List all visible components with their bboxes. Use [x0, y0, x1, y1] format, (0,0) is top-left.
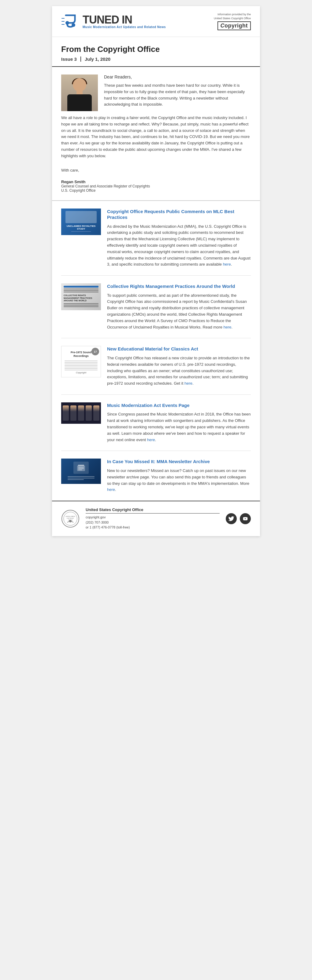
- issue-date: July 1, 2020: [85, 56, 110, 62]
- person-head: [73, 78, 86, 92]
- news-thumb-archive: [61, 458, 101, 484]
- thumb-line-a: [64, 361, 98, 361]
- thumb-line-3: [64, 291, 99, 293]
- news-item-mlc: UNCLAIMED ROYALTIES STUDY ───────────── …: [61, 201, 251, 276]
- thumb-archive-line-1: [67, 476, 94, 477]
- thumb-person-5: [93, 406, 99, 421]
- footer-contact: copyright.gov (202) 707-3000 or 1 (877) …: [86, 515, 220, 530]
- footer-seal: UNITED STATES COPYRIGHT OFFICE: [61, 509, 80, 528]
- news-title-mlc[interactable]: Copyright Office Requests Public Comment…: [107, 208, 251, 220]
- news-body-text-events: Since Congress passed the Music Moderniz…: [107, 412, 251, 442]
- logo-tunedin-text: TUNED IN: [83, 14, 166, 25]
- news-thumb-mlc: UNCLAIMED ROYALTIES STUDY ─────────────: [61, 208, 101, 235]
- news-body-collective: To support public comments, and as part …: [107, 293, 251, 331]
- footer-info: United States Copyright Office copyright…: [86, 508, 220, 530]
- thumb-person-4: [86, 406, 92, 421]
- author-photo: [61, 75, 98, 111]
- dear-readers: Dear Readers,: [104, 75, 251, 80]
- news-link-archive[interactable]: here: [107, 487, 115, 492]
- logo-area: TUNED IN Music Modernization Act Updates…: [61, 12, 166, 30]
- news-item-events: Music Modernization Act Events Page Sinc…: [61, 395, 251, 451]
- thumb-line-f: [64, 368, 98, 369]
- header-info-text: Information provided by theUnited States…: [214, 13, 251, 20]
- thumb-pre1972-lines: [64, 361, 98, 371]
- logo-text-block: TUNED IN Music Modernization Act Updates…: [83, 14, 166, 29]
- header-right: Information provided by theUnited States…: [214, 13, 251, 30]
- author-name: Regan Smith: [61, 180, 251, 184]
- thumb-archive-line-2: [67, 478, 94, 479]
- thumb-line-g: [64, 370, 98, 370]
- person-body: [67, 94, 92, 111]
- thumb-person-2: [70, 406, 77, 421]
- news-body-classics: The Copyright Office has released a new …: [107, 355, 251, 387]
- thumb-line-d: [64, 365, 98, 366]
- news-link-events[interactable]: here: [147, 438, 155, 442]
- svg-rect-7: [78, 465, 84, 466]
- svg-point-16: [69, 520, 72, 522]
- news-body-text-collective: To support public comments, and as part …: [107, 293, 247, 329]
- news-content-archive: In Case You Missed It: MMA Newsletter Ar…: [107, 458, 251, 493]
- news-link-classics[interactable]: here: [184, 381, 192, 386]
- news-item-collective: COLLECTIVE RIGHTS MANAGEMENT PRACTICES A…: [61, 276, 251, 338]
- page-container: TUNED IN Music Modernization Act Updates…: [52, 6, 260, 536]
- letter-para-1: These past few weeks and months have bee…: [104, 83, 251, 108]
- letter-para-2: We all have a role to play in creating a…: [61, 115, 251, 159]
- footer-website[interactable]: copyright.gov: [86, 515, 106, 519]
- seal-svg: UNITED STATES COPYRIGHT OFFICE: [61, 509, 80, 528]
- svg-rect-6: [77, 466, 85, 471]
- thumb-events-people: [61, 402, 101, 424]
- letter-closing: With care,: [61, 168, 251, 172]
- news-link-mlc[interactable]: here: [223, 262, 231, 267]
- thumb-archive-icon: [74, 461, 89, 474]
- news-title-events[interactable]: Music Modernization Act Events Page: [107, 402, 251, 409]
- news-body-text-classics: The Copyright Office has released a new …: [107, 356, 250, 386]
- news-thumb-collective: COLLECTIVE RIGHTS MANAGEMENT PRACTICES A…: [61, 283, 101, 310]
- twitter-icon: [228, 515, 234, 522]
- copyright-c: C: [221, 22, 225, 29]
- news-section: UNCLAIMED ROYALTIES STUDY ───────────── …: [52, 201, 260, 501]
- news-body-events: Since Congress passed the Music Moderniz…: [107, 411, 251, 443]
- news-link-collective[interactable]: here: [224, 325, 232, 329]
- youtube-link[interactable]: [240, 513, 251, 524]
- page-title: From the Copyright Office: [61, 45, 251, 54]
- thumb-archive-lines: [67, 476, 94, 481]
- thumb-unclaimed-title: UNCLAIMED ROYALTIES STUDY: [64, 225, 99, 231]
- thumb-line-6: [64, 306, 99, 307]
- author-title-1: General Counsel and Associate Register o…: [61, 184, 251, 188]
- archive-svg-icon: [77, 464, 86, 472]
- news-title-collective[interactable]: Collective Rights Management Practices A…: [107, 283, 251, 290]
- footer-phone1: (202) 707-3000: [86, 520, 109, 524]
- main-title-section: From the Copyright Office Issue 3 July 1…: [52, 37, 260, 67]
- twitter-link[interactable]: [226, 513, 237, 524]
- thumb-person-3: [78, 406, 84, 421]
- news-content-mlc: Copyright Office Requests Public Comment…: [107, 208, 251, 268]
- news-title-classics[interactable]: New Educational Material for Classics Ac…: [107, 346, 251, 352]
- youtube-icon: [242, 516, 248, 521]
- copyright-badge: Copyright: [218, 21, 251, 30]
- author-title-2: U.S. Copyright Office: [61, 188, 251, 192]
- news-body-text-mlc: As directed by the Music Modernization A…: [107, 224, 251, 267]
- issue-label: Issue 3: [61, 56, 81, 62]
- news-title-archive[interactable]: In Case You Missed It: MMA Newsletter Ar…: [107, 458, 251, 465]
- news-content-collective: Collective Rights Management Practices A…: [107, 283, 251, 330]
- letter-intro: Dear Readers, These past few weeks and m…: [104, 75, 251, 111]
- footer-phone2: or 1 (877) 476-0778 (toll-free): [86, 525, 130, 529]
- thumb-line-c: [64, 364, 98, 364]
- thumb-line-1: [64, 288, 99, 290]
- svg-point-1: [72, 23, 75, 27]
- thumb-archive-line-3: [67, 479, 84, 480]
- news-item-archive: In Case You Missed It: MMA Newsletter Ar…: [61, 451, 251, 501]
- thumb-unclaimed-image: [66, 211, 97, 223]
- thumb-line-5: [64, 305, 99, 305]
- thumb-line-2: [64, 290, 99, 291]
- thumb-pre1972-cr: Copyright: [76, 371, 86, 374]
- issue-date-row: Issue 3 July 1, 2020: [61, 56, 251, 62]
- thumb-bar-1: [64, 286, 99, 288]
- news-thumb-classics: 17 Pre-1972 Sound Recordings Copyright: [61, 346, 101, 377]
- thumb-collective-title: COLLECTIVE RIGHTS MANAGEMENT PRACTICES A…: [64, 294, 99, 302]
- news-body-archive: New to our newsletters? Missed an issue?…: [107, 468, 251, 493]
- svg-text:COPYRIGHT: COPYRIGHT: [67, 517, 74, 519]
- svg-point-2: [66, 21, 69, 25]
- news-thumb-events: [61, 402, 101, 424]
- news-body-mlc: As directed by the Music Modernization A…: [107, 223, 251, 268]
